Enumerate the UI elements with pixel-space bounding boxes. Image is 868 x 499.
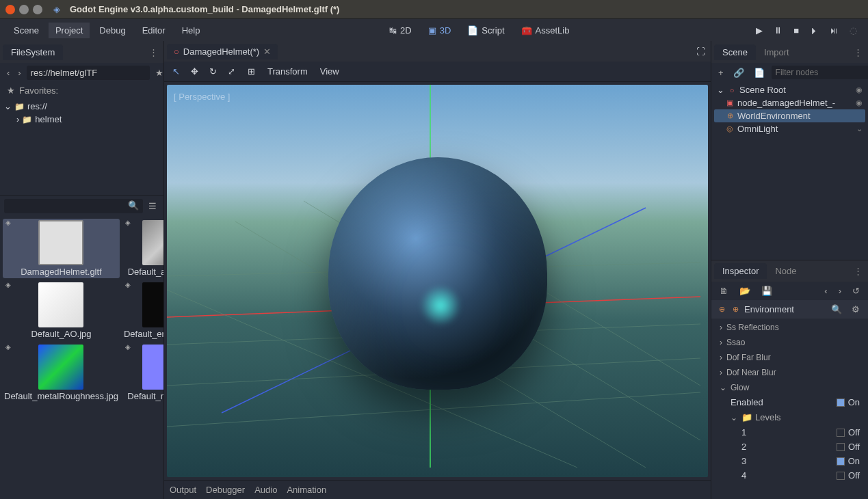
section-ssao[interactable]: Ssao — [714, 335, 865, 350]
close-tab-icon[interactable]: ✕ — [263, 46, 271, 57]
audio-tab[interactable]: Audio — [254, 485, 277, 495]
node-tab[interactable]: Node — [767, 263, 804, 279]
filesystem-options-icon[interactable]: ⋮ — [146, 44, 161, 60]
arrows-icon: ↹ — [389, 25, 397, 36]
tree-folder-helmet[interactable]: ›helmet — [4, 113, 159, 126]
instance-icon[interactable]: 🔗 — [731, 66, 747, 79]
checkbox-icon[interactable] — [837, 443, 845, 451]
checkbox-icon[interactable] — [837, 429, 845, 437]
section-ss-reflections[interactable]: Ss Reflections — [714, 320, 865, 335]
view-menu[interactable]: View — [317, 65, 342, 78]
file-thumb — [142, 345, 163, 390]
view-mode-toggle[interactable]: ☰ — [146, 200, 159, 213]
attach-script-icon[interactable]: 📄 — [751, 66, 767, 79]
tree-root[interactable]: ⌄res:// — [4, 100, 159, 113]
prop-level-4[interactable]: 4Off — [714, 468, 865, 483]
transform-menu[interactable]: Transform — [265, 65, 311, 78]
resource-header[interactable]: ⊕ ⊕ Environment 🔍 ⚙ — [711, 300, 868, 319]
menubar: Scene Project Debug Editor Help ↹2D ▣3D … — [0, 19, 868, 41]
select-tool-icon[interactable]: ↖ — [170, 65, 183, 78]
filesystem-search-input[interactable] — [4, 199, 143, 213]
scale-tool-icon[interactable]: ⤢ — [225, 65, 238, 78]
import-dock-tab[interactable]: Import — [756, 44, 798, 60]
spatial-icon: ○ — [174, 46, 179, 57]
back-button[interactable]: ‹ — [4, 66, 12, 79]
titlebar: ◈ Godot Engine v3.0.alpha.custom_build -… — [0, 0, 868, 19]
menu-editor[interactable]: Editor — [135, 23, 172, 38]
section-levels[interactable]: 📁Levels — [714, 409, 865, 425]
save-resource-icon[interactable]: 💾 — [759, 284, 775, 297]
file-ao[interactable]: ◈ Default_AO.jpg — [3, 281, 120, 340]
snap-tool-icon[interactable]: ⊞ — [245, 65, 258, 78]
play-scene-button[interactable]: ⏵ — [806, 23, 823, 38]
menu-help[interactable]: Help — [175, 23, 207, 38]
path-input[interactable] — [27, 66, 150, 80]
workspace-2d[interactable]: ↹2D — [382, 23, 419, 38]
cube-icon: ▣ — [428, 25, 436, 36]
scene-dock-tab[interactable]: Scene — [714, 44, 756, 60]
workspace-3d[interactable]: ▣3D — [421, 23, 458, 38]
menu-project[interactable]: Project — [49, 23, 90, 38]
history-next-icon[interactable]: › — [836, 284, 844, 297]
move-tool-icon[interactable]: ✥ — [188, 65, 201, 78]
file-metalroughness[interactable]: ◈ Default_metalRoughness.jpg — [3, 343, 120, 403]
pause-button[interactable]: ⏸ — [770, 23, 787, 38]
perspective-label[interactable]: [ Perspective ] — [174, 92, 230, 102]
animation-tab[interactable]: Animation — [287, 485, 326, 495]
rotate-tool-icon[interactable]: ↻ — [207, 65, 220, 78]
file-thumb — [142, 282, 163, 327]
visibility-icon[interactable]: ◉ — [856, 98, 863, 107]
debugger-tab[interactable]: Debugger — [206, 485, 245, 495]
prop-glow-enabled[interactable]: EnabledOn — [714, 395, 865, 409]
scene-dock-options-icon[interactable]: ⋮ — [851, 44, 865, 60]
search-icon[interactable]: 🔍 — [828, 303, 845, 316]
play-custom-button[interactable]: ⏯ — [826, 23, 843, 38]
node-world-environment[interactable]: ⊕WorldEnvironment — [714, 109, 865, 122]
window-minimize-button[interactable] — [19, 5, 29, 14]
checkbox-icon[interactable] — [837, 399, 845, 407]
file-albedo[interactable]: ◈ Default_albedo.jpg — [122, 219, 163, 278]
collapse-icon[interactable]: ⌄ — [856, 124, 863, 133]
play-button[interactable]: ▶ — [752, 23, 767, 38]
settings-icon[interactable]: ⚙ — [849, 303, 863, 316]
window-close-button[interactable] — [5, 5, 15, 14]
3d-viewport[interactable]: [ Perspective ] — [167, 85, 708, 477]
workspace-assetlib[interactable]: 🧰AssetLib — [514, 23, 577, 38]
history-prev-icon[interactable]: ‹ — [821, 284, 830, 297]
workspace-script[interactable]: 📄Script — [460, 23, 511, 38]
visibility-icon[interactable]: ◉ — [856, 85, 863, 94]
window-maximize-button[interactable] — [33, 5, 42, 14]
checkbox-icon[interactable] — [837, 472, 845, 480]
world-environment-icon: ⊕ — [725, 111, 735, 121]
add-node-icon[interactable]: + — [715, 66, 726, 79]
forward-button[interactable]: › — [15, 66, 23, 79]
menu-debug[interactable]: Debug — [92, 23, 132, 38]
inspector-options-icon[interactable]: ⋮ — [851, 263, 865, 279]
prop-level-1[interactable]: 1Off — [714, 425, 865, 440]
section-glow[interactable]: Glow — [714, 380, 865, 395]
output-tab[interactable]: Output — [170, 485, 196, 495]
file-damaged-helmet[interactable]: ◈ DamagedHelmet.gltf — [3, 219, 120, 278]
resource-badge-icon: ◈ — [5, 219, 11, 226]
prop-level-2[interactable]: 2Off — [714, 440, 865, 454]
prop-level-3[interactable]: 3On — [714, 454, 865, 468]
file-normal[interactable]: ◈ Default_normal.jpg — [122, 343, 163, 403]
inspector-tab[interactable]: Inspector — [714, 263, 767, 279]
section-dof-near[interactable]: Dof Near Blur — [714, 365, 865, 380]
load-resource-icon[interactable]: 📂 — [737, 284, 753, 297]
search-icon[interactable]: 🔍 — [128, 200, 139, 211]
section-dof-far[interactable]: Dof Far Blur — [714, 350, 865, 365]
stop-button[interactable]: ■ — [789, 23, 803, 38]
menu-scene[interactable]: Scene — [7, 23, 46, 38]
distraction-free-icon[interactable]: ⛶ — [694, 44, 708, 59]
history-icon[interactable]: ↺ — [850, 284, 863, 297]
filter-nodes-input[interactable] — [772, 66, 868, 79]
node-scene-root[interactable]: ⌄○Scene Root◉ — [714, 83, 865, 96]
filesystem-tab[interactable]: FileSystem — [3, 44, 63, 60]
file-emissive[interactable]: ◈ Default_emissive.jpg — [122, 281, 163, 340]
checkbox-icon[interactable] — [837, 457, 845, 466]
scene-tab[interactable]: ○ DamagedHelmet(*) ✕ — [167, 44, 278, 59]
node-omni-light[interactable]: ◎OmniLight⌄ — [714, 122, 865, 135]
new-resource-icon[interactable]: 🗎 — [717, 284, 731, 297]
node-mesh[interactable]: ▣node_damagedHelmet_-◉ — [714, 96, 865, 109]
